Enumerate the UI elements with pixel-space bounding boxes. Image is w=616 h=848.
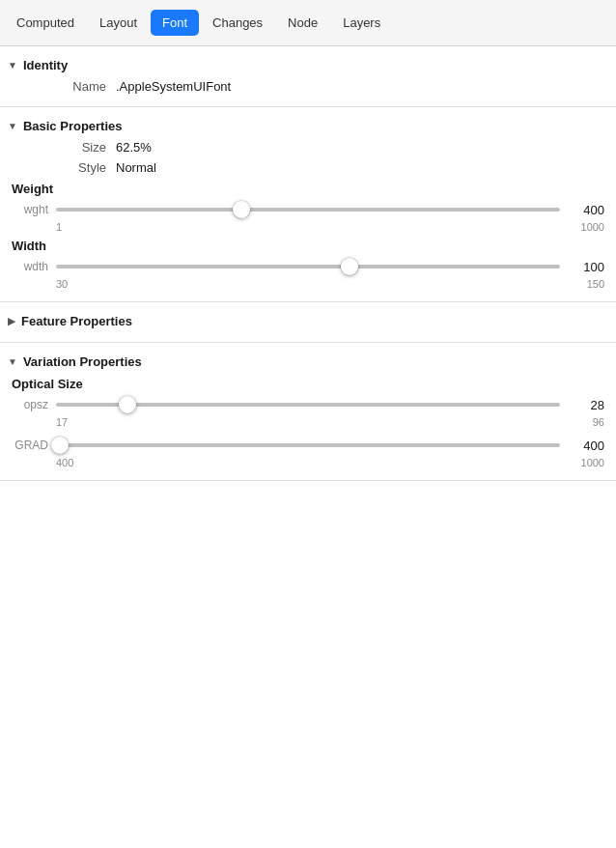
basic-properties-header[interactable]: ▼ Basic Properties	[0, 115, 616, 137]
width-max: 150	[587, 278, 604, 290]
opsz-slider[interactable]	[56, 395, 560, 414]
width-track-row: wdth 100	[8, 255, 608, 278]
tab-bar: Computed Layout Font Changes Node Layers	[0, 0, 616, 46]
variation-properties-triangle: ▼	[8, 356, 17, 367]
grad-thumb[interactable]	[51, 437, 69, 454]
opsz-max: 96	[593, 416, 604, 428]
basic-properties-triangle: ▼	[8, 121, 17, 131]
tab-node[interactable]: Node	[276, 10, 329, 36]
grad-track	[56, 443, 560, 447]
weight-label: Weight	[8, 182, 608, 196]
basic-properties-section: ▼ Basic Properties Size 62.5% Style Norm…	[0, 107, 616, 302]
style-value: Normal	[116, 160, 156, 175]
width-min: 30	[56, 278, 68, 290]
width-value: 100	[568, 260, 604, 274]
identity-name-value: .AppleSystemUIFont	[116, 79, 231, 94]
feature-properties-section: ▶ Feature Properties	[0, 302, 616, 343]
size-row: Size 62.5%	[0, 137, 616, 157]
opsz-thumb[interactable]	[119, 396, 136, 413]
grad-max: 1000	[581, 457, 604, 468]
grad-min: 400	[56, 457, 73, 468]
width-range: 30 150	[8, 278, 608, 290]
tab-computed[interactable]: Computed	[5, 10, 86, 36]
size-value: 62.5%	[116, 140, 152, 155]
opsz-range: 17 96	[8, 416, 608, 428]
weight-slider-group: Weight wght 400 1 1000	[0, 178, 616, 235]
size-label: Size	[0, 140, 116, 155]
weight-track-row: wght 400	[8, 198, 608, 221]
basic-properties-title: Basic Properties	[23, 119, 123, 133]
tab-layout[interactable]: Layout	[88, 10, 149, 36]
identity-section: ▼ Identity Name .AppleSystemUIFont	[0, 46, 616, 107]
weight-slider[interactable]	[56, 200, 560, 219]
identity-name-label: Name	[0, 79, 116, 94]
grad-range: 400 1000	[8, 457, 608, 468]
style-label: Style	[0, 160, 116, 175]
grad-value: 400	[568, 438, 604, 453]
weight-min: 1	[56, 221, 62, 233]
width-label: Width	[8, 239, 608, 253]
opsz-slider-group: Optical Size opsz 28 17 96	[0, 373, 616, 430]
opsz-value: 28	[568, 398, 604, 412]
opsz-track-row: opsz 28	[8, 393, 608, 416]
grad-slider[interactable]	[56, 436, 560, 455]
weight-max: 1000	[581, 221, 604, 233]
opsz-min: 17	[56, 416, 68, 428]
identity-name-row: Name .AppleSystemUIFont	[0, 76, 616, 97]
identity-title: Identity	[23, 58, 68, 72]
width-track	[56, 265, 560, 269]
width-thumb[interactable]	[341, 258, 358, 275]
tab-layers[interactable]: Layers	[331, 10, 392, 36]
feature-properties-header[interactable]: ▶ Feature Properties	[0, 310, 616, 332]
weight-track	[56, 208, 560, 212]
weight-axis-label: wght	[12, 203, 48, 216]
tab-font[interactable]: Font	[151, 10, 199, 36]
identity-header[interactable]: ▼ Identity	[0, 54, 616, 76]
width-slider-group: Width wdth 100 30 150	[0, 235, 616, 292]
grad-slider-group: GRAD 400 400 1000	[0, 430, 616, 470]
tab-changes[interactable]: Changes	[201, 10, 274, 36]
grad-track-row: GRAD 400	[8, 434, 608, 457]
weight-value: 400	[568, 203, 604, 217]
width-axis-label: wdth	[12, 260, 48, 273]
width-slider[interactable]	[56, 257, 560, 276]
variation-properties-header[interactable]: ▼ Variation Properties	[0, 351, 616, 373]
opsz-label: Optical Size	[8, 377, 608, 391]
opsz-axis-label: opsz	[12, 398, 48, 411]
variation-properties-section: ▼ Variation Properties Optical Size opsz…	[0, 343, 616, 481]
variation-properties-title: Variation Properties	[23, 354, 142, 369]
feature-properties-title: Feature Properties	[21, 314, 132, 328]
identity-triangle: ▼	[8, 60, 17, 71]
weight-range: 1 1000	[8, 221, 608, 233]
opsz-track	[56, 403, 560, 407]
grad-axis-label: GRAD	[12, 438, 48, 452]
weight-thumb[interactable]	[233, 201, 250, 218]
style-row: Style Normal	[0, 157, 616, 178]
feature-properties-triangle: ▶	[8, 316, 15, 326]
